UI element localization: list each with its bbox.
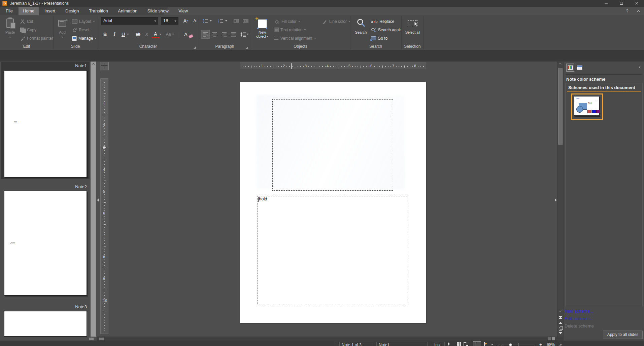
clear-formatting-button[interactable]: A: [182, 30, 190, 38]
zoom-level[interactable]: 68%: [547, 342, 555, 346]
panel-dropdown-icon[interactable]: [639, 67, 641, 68]
font-size-select[interactable]: 18: [161, 17, 178, 25]
replace-button[interactable]: ab Replace: [370, 18, 395, 25]
zoom-out-button[interactable]: –: [498, 342, 500, 346]
menu-insert[interactable]: Insert: [40, 7, 60, 15]
go-to-slide-button[interactable]: [557, 326, 563, 331]
add-slide-button[interactable]: Add: [55, 16, 69, 43]
maximize-button[interactable]: [614, 0, 629, 7]
vertical-alignment-button[interactable]: Vertical alignment: [273, 35, 317, 42]
normal-view-button[interactable]: [448, 342, 448, 346]
close-button[interactable]: [629, 0, 644, 7]
fill-color-button[interactable]: Fill color: [273, 18, 301, 25]
font-color-dropdown[interactable]: [158, 30, 162, 38]
numbered-list-dropdown[interactable]: [224, 17, 228, 25]
bold-button[interactable]: B: [101, 30, 109, 38]
text-rotation-button[interactable]: Text rotation: [273, 26, 307, 34]
paste-button[interactable]: Paste: [3, 16, 18, 43]
justify-button[interactable]: [230, 30, 238, 38]
format-painter-button[interactable]: Format painter: [20, 35, 54, 42]
edit-scheme-link[interactable]: Edit scheme...: [565, 316, 592, 321]
bullet-list-button[interactable]: [201, 17, 209, 25]
menu-transition[interactable]: Transition: [84, 7, 112, 15]
thumbnail-scrollbar[interactable]: [91, 62, 96, 337]
align-center-button[interactable]: [211, 30, 219, 38]
thumbnail-page[interactable]: [4, 311, 87, 337]
menu-view[interactable]: View: [174, 7, 192, 15]
scrollbar-thumb[interactable]: [99, 338, 104, 340]
title-placeholder-box[interactable]: [272, 99, 393, 191]
line-color-button[interactable]: Line color: [321, 18, 351, 25]
align-left-button[interactable]: [201, 30, 209, 38]
italic-button[interactable]: I: [110, 30, 118, 38]
canvas-vertical-scrollbar[interactable]: [557, 62, 563, 341]
slide-show-button[interactable]: [484, 342, 485, 346]
statusbar-more-button[interactable]: »: [560, 342, 562, 346]
grow-font-button[interactable]: A+: [182, 17, 190, 25]
zoom-slider-track[interactable]: [502, 345, 535, 345]
minimize-button[interactable]: [599, 0, 614, 7]
body-placeholder-box[interactable]: hold: [258, 196, 407, 304]
search-again-button[interactable]: Search again: [370, 26, 403, 34]
align-right-button[interactable]: [220, 30, 228, 38]
layout-button[interactable]: Layout: [71, 18, 96, 25]
bullet-list-dropdown[interactable]: [209, 17, 213, 25]
search-button[interactable]: Search: [353, 16, 369, 43]
select-all-button[interactable]: Select all: [403, 16, 422, 43]
paragraph-dialog-launcher[interactable]: [246, 46, 248, 49]
slide-name-cell[interactable]: Note1: [376, 342, 428, 346]
change-case-dropdown[interactable]: [171, 30, 175, 38]
scroll-up-icon[interactable]: [559, 63, 562, 65]
character-dialog-launcher[interactable]: [194, 46, 196, 49]
collapse-left-pane-arrow[interactable]: [97, 198, 99, 202]
scroll-down-icon[interactable]: [559, 309, 562, 312]
new-scheme-link[interactable]: New scheme...: [565, 309, 594, 314]
slide-page[interactable]: hold: [240, 82, 426, 323]
menu-animation[interactable]: Animation: [113, 7, 142, 15]
notes-view-button[interactable]: [475, 342, 475, 346]
go-to-button[interactable]: Go to: [370, 35, 388, 42]
manage-button[interactable]: Manage: [71, 35, 97, 42]
zoom-in-button[interactable]: +: [539, 342, 542, 346]
font-name-select[interactable]: Arial: [101, 17, 158, 25]
underline-dropdown[interactable]: [126, 30, 130, 38]
menu-design[interactable]: Design: [61, 7, 83, 15]
scroll-up-icon[interactable]: [92, 63, 95, 66]
previous-slide-button[interactable]: [557, 320, 563, 325]
thumbnail-page[interactable]: hold: [4, 70, 87, 177]
increase-indent-button[interactable]: [232, 17, 240, 25]
menu-slideshow[interactable]: Slide show: [143, 7, 173, 15]
help-icon[interactable]: ?: [624, 7, 631, 15]
thumbnail-page[interactable]: hold: [4, 191, 87, 296]
subscript-button[interactable]: X: [143, 30, 151, 38]
line-spacing-dropdown[interactable]: [246, 30, 250, 38]
menu-file[interactable]: File: [1, 7, 17, 15]
slide-show-dropdown[interactable]: [491, 344, 493, 345]
cut-button[interactable]: Cut: [20, 18, 34, 25]
numbered-list-button[interactable]: 123: [217, 17, 225, 25]
menu-home[interactable]: Home: [19, 7, 39, 15]
collapse-ribbon-icon[interactable]: [637, 10, 640, 13]
notes-view-button-active[interactable]: [473, 341, 481, 346]
zoom-slider-handle[interactable]: [509, 343, 512, 346]
scheme-preview-card[interactable]: Title Text: [574, 96, 599, 116]
collapse-right-pane-arrow[interactable]: [555, 198, 557, 202]
layout-tab-button[interactable]: [576, 64, 584, 72]
next-slide-button[interactable]: [557, 331, 563, 336]
first-slide-button[interactable]: [557, 315, 563, 320]
strikethrough-button[interactable]: ab: [134, 30, 142, 38]
selected-scheme-frame[interactable]: Title Text: [571, 93, 603, 120]
shrink-font-button[interactable]: A-: [191, 17, 199, 25]
scrollbar-thumb[interactable]: [558, 68, 563, 145]
ruler-tick: [104, 175, 105, 176]
slide-position-cell[interactable]: Note 1 of 3: [339, 342, 374, 346]
copy-button[interactable]: Copy: [20, 26, 37, 34]
reset-button[interactable]: Reset: [71, 26, 90, 34]
insert-mode-cell[interactable]: Ins: [432, 342, 445, 346]
apply-to-all-slides-button[interactable]: Apply to all slides: [603, 331, 643, 339]
canvas-horizontal-scrollbar[interactable]: [97, 337, 563, 341]
new-object-button[interactable]: New object: [253, 16, 271, 43]
decrease-indent-button[interactable]: [242, 17, 250, 25]
color-scheme-tab-button[interactable]: [566, 64, 574, 72]
ruler-origin-button[interactable]: [100, 62, 109, 70]
